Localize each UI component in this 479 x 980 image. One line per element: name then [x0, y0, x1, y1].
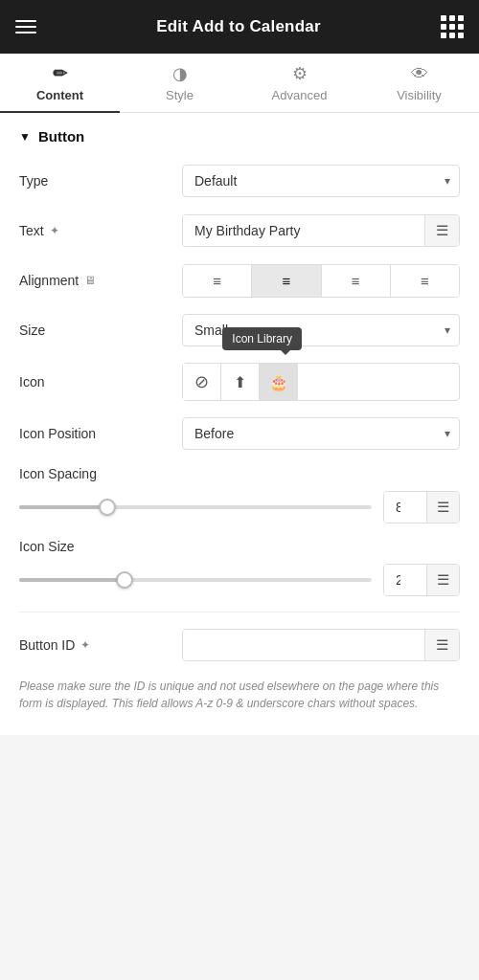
- icon-spacing-thumb[interactable]: [99, 499, 116, 516]
- text-input[interactable]: [183, 215, 424, 246]
- content-panel: ▼ Button Type Default Primary Secondary …: [0, 113, 479, 735]
- icon-row: Icon ⊘ ⬆ 🎂 Icon Library: [19, 363, 460, 401]
- button-id-stack-btn[interactable]: ☰: [424, 630, 459, 660]
- icon-spacing-track: [19, 505, 372, 509]
- tab-style-label: Style: [166, 88, 194, 102]
- icon-spacing-input-group: ☰: [383, 491, 460, 523]
- type-label: Type: [19, 173, 182, 189]
- alignment-row: Alignment 🖥 ≡ ≡ ≡ ≡: [19, 263, 460, 298]
- icon-spacing-row: Icon Spacing ☰: [19, 466, 460, 523]
- icon-spacing-stack-btn[interactable]: ☰: [426, 492, 459, 523]
- type-row: Type Default Primary Secondary Outline ▾: [19, 164, 460, 198]
- icon-label: Icon: [19, 374, 182, 390]
- button-id-input-group: ☰: [182, 629, 460, 661]
- alignment-label: Alignment 🖥: [19, 273, 182, 288]
- section-button-heading: ▼ Button: [19, 128, 460, 145]
- icon-control: ⊘ ⬆ 🎂 Icon Library: [182, 363, 460, 401]
- button-id-note: Please make sure the ID is unique and no…: [19, 678, 460, 712]
- tab-content[interactable]: ✏ Content: [0, 54, 120, 112]
- tab-visibility-label: Visibility: [397, 88, 442, 102]
- icon-library-btn[interactable]: 🎂 Icon Library: [260, 364, 298, 400]
- icon-position-control: Before After ▾: [182, 417, 460, 450]
- tab-content-label: Content: [36, 88, 83, 102]
- tab-style[interactable]: ◑ Style: [120, 54, 240, 112]
- button-id-input[interactable]: [183, 630, 424, 660]
- tab-advanced-label: Advanced: [272, 88, 328, 102]
- icon-size-fill: [19, 578, 125, 582]
- dynamic-tag-icon-2: ✦: [80, 638, 90, 652]
- monitor-icon: 🖥: [84, 274, 96, 287]
- button-id-row: Button ID ✦ ☰: [19, 628, 460, 662]
- icon-size-track: [19, 578, 372, 582]
- button-id-control: ☰: [182, 629, 460, 661]
- icon-size-control: ☰: [19, 564, 460, 596]
- align-right-btn[interactable]: ≡: [322, 265, 391, 297]
- align-center-btn[interactable]: ≡: [252, 265, 321, 297]
- icon-size-stack-btn[interactable]: ☰: [426, 565, 459, 595]
- type-select[interactable]: Default Primary Secondary Outline: [182, 165, 460, 197]
- type-control: Default Primary Secondary Outline ▾: [182, 165, 460, 197]
- icon-position-select[interactable]: Before After: [182, 417, 460, 450]
- icon-spacing-label: Icon Spacing: [19, 466, 460, 481]
- icon-size-label: Icon Size: [19, 539, 460, 554]
- icon-size-thumb[interactable]: [116, 571, 133, 589]
- eye-icon: 👁: [411, 65, 428, 82]
- icon-size-input[interactable]: [384, 565, 426, 595]
- alignment-buttons-group: ≡ ≡ ≡ ≡: [182, 264, 460, 298]
- icon-spacing-slider-wrapper: [19, 498, 372, 517]
- icon-spacing-fill: [19, 505, 107, 509]
- dynamic-tag-icon: ✦: [50, 224, 59, 237]
- text-stack-btn[interactable]: ☰: [424, 215, 459, 246]
- gear-icon: ⚙: [292, 65, 308, 82]
- type-select-wrapper: Default Primary Secondary Outline ▾: [182, 165, 460, 197]
- icon-spacing-input[interactable]: [384, 492, 426, 523]
- apps-grid-icon[interactable]: [441, 15, 464, 38]
- divider: [19, 612, 460, 612]
- icon-position-label: Icon Position: [19, 426, 182, 441]
- tabs-bar: ✏ Content ◑ Style ⚙ Advanced 👁 Visibilit…: [0, 54, 479, 113]
- size-label: Size: [19, 323, 182, 338]
- alignment-control: ≡ ≡ ≡ ≡: [182, 264, 460, 298]
- header: Edit Add to Calendar: [0, 0, 479, 54]
- text-row: Text ✦ ☰: [19, 213, 460, 248]
- tab-visibility[interactable]: 👁 Visibility: [359, 54, 479, 112]
- icon-size-slider-wrapper: [19, 570, 372, 590]
- icon-position-row: Icon Position Before After ▾: [19, 416, 460, 451]
- icon-size-input-group: ☰: [383, 564, 460, 596]
- text-input-group: ☰: [182, 214, 460, 247]
- icon-spacing-control: ☰: [19, 491, 460, 523]
- icon-position-select-wrapper: Before After ▾: [182, 417, 460, 450]
- section-title: Button: [38, 128, 84, 145]
- icon-size-row: Icon Size ☰: [19, 539, 460, 596]
- half-circle-icon: ◑: [172, 65, 188, 82]
- icon-upload-btn[interactable]: ⬆: [221, 364, 260, 400]
- pencil-icon: ✏: [53, 65, 67, 82]
- icon-library-tooltip: Icon Library: [222, 327, 302, 350]
- align-left-btn[interactable]: ≡: [183, 265, 252, 297]
- align-justify-btn[interactable]: ≡: [391, 265, 459, 297]
- hamburger-menu-icon[interactable]: [15, 20, 36, 33]
- section-arrow-icon: ▼: [19, 130, 31, 144]
- icon-none-btn[interactable]: ⊘: [183, 364, 221, 400]
- text-control: ☰: [182, 214, 460, 247]
- tab-advanced[interactable]: ⚙ Advanced: [240, 54, 359, 112]
- text-label: Text ✦: [19, 223, 182, 238]
- icon-buttons-group: ⊘ ⬆ 🎂 Icon Library: [182, 363, 460, 401]
- header-title: Edit Add to Calendar: [156, 17, 321, 36]
- button-id-label: Button ID ✦: [19, 637, 182, 653]
